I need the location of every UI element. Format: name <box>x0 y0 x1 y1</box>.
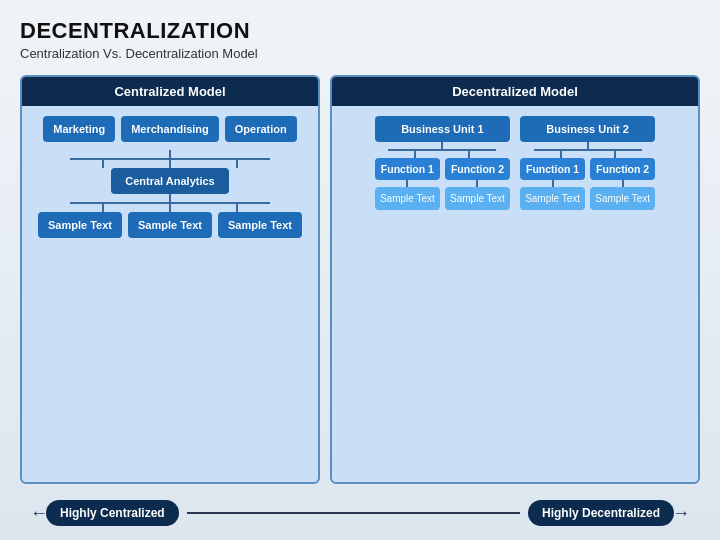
business-unit-1: Business Unit 1 Function 1 <box>375 116 510 472</box>
centralized-model: Centralized Model Marketing Merchandisin… <box>20 75 320 484</box>
scale-line <box>187 512 520 514</box>
bu2-func2-sample: Sample Text <box>590 187 655 210</box>
sample-text-2: Sample Text <box>128 212 212 238</box>
page-title: DECENTRALIZATION <box>20 18 700 44</box>
bu2-func1-box: Function 1 <box>520 158 585 180</box>
top-branches <box>70 160 270 168</box>
merchandising-node: Merchandising <box>121 116 219 142</box>
highly-centralized-label: Highly Centralized <box>46 500 179 526</box>
bu1-func2-sample: Sample Text <box>445 187 510 210</box>
business-unit-2: Business Unit 2 Function 1 <box>520 116 655 472</box>
bu2-functions-row: Function 1 Sample Text Function 2 Sample… <box>520 158 655 210</box>
marketing-node: Marketing <box>43 116 115 142</box>
decentralized-model: Decentralized Model Business Unit 1 <box>330 75 700 484</box>
bu2-header: Business Unit 2 <box>520 116 655 142</box>
sample-text-3: Sample Text <box>218 212 302 238</box>
bu1-func2-col: Function 2 Sample Text <box>445 158 510 210</box>
decentralized-content: Business Unit 1 Function 1 <box>365 116 665 482</box>
highly-decentralized-label: Highly Decentralized <box>528 500 674 526</box>
decentralized-header: Decentralized Model <box>332 77 698 106</box>
top-connector <box>22 150 318 168</box>
bu1-func2-box: Function 2 <box>445 158 510 180</box>
central-analytics-node: Central Analytics <box>111 168 228 194</box>
centralized-bottom-row: Sample Text Sample Text Sample Text <box>38 212 302 238</box>
bu1-header: Business Unit 1 <box>375 116 510 142</box>
bu1-functions-row: Function 1 Sample Text Function 2 Sample… <box>375 158 510 210</box>
models-row: Centralized Model Marketing Merchandisin… <box>20 75 700 484</box>
bu1-func1-box: Function 1 <box>375 158 440 180</box>
bu2-func1-sample: Sample Text <box>520 187 585 210</box>
centralized-header: Centralized Model <box>22 77 318 106</box>
sample-text-1: Sample Text <box>38 212 122 238</box>
arrow-right-icon: → <box>672 503 690 524</box>
bu1-func1-sample: Sample Text <box>375 187 440 210</box>
page-subtitle: Centralization Vs. Decentralization Mode… <box>20 46 700 61</box>
bottom-connector <box>22 194 318 212</box>
bu1-tree: Function 1 Sample Text Function 2 Sample… <box>375 142 510 210</box>
page: DECENTRALIZATION Centralization Vs. Dece… <box>0 0 720 540</box>
bottom-branches <box>70 204 270 212</box>
bu1-func1-col: Function 1 Sample Text <box>375 158 440 210</box>
central-node-wrapper: Central Analytics <box>111 168 228 194</box>
centralized-top-row: Marketing Merchandising Operation <box>43 116 297 142</box>
bu2-func2-box: Function 2 <box>590 158 655 180</box>
bu2-func1-col: Function 1 Sample Text <box>520 158 585 210</box>
bu2-tree: Function 1 Sample Text Function 2 Sample… <box>520 142 655 210</box>
scale-line-container <box>187 512 520 514</box>
scale-row: ← Highly Centralized Highly Decentralize… <box>20 500 700 526</box>
bu2-func2-col: Function 2 Sample Text <box>590 158 655 210</box>
operation-node: Operation <box>225 116 297 142</box>
